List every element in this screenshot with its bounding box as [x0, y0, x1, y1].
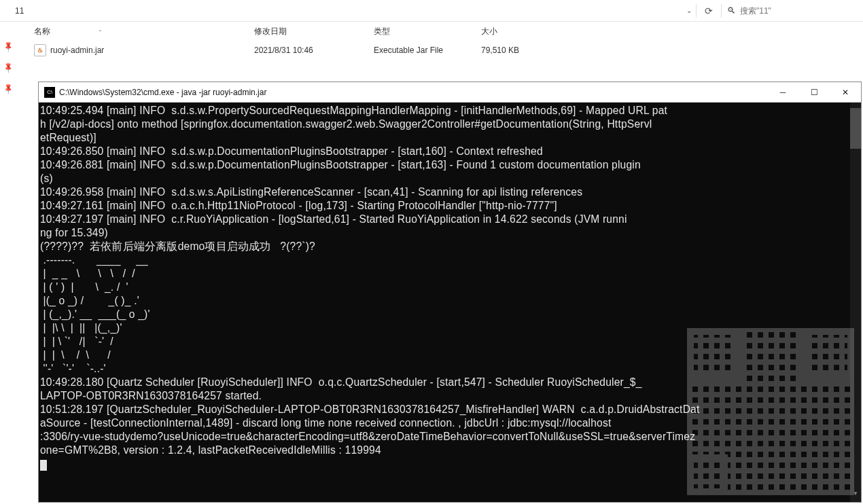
- cmd-window: C:\ C:\Windows\System32\cmd.exe - java -…: [38, 82, 862, 503]
- search-icon: 🔍︎: [727, 5, 736, 16]
- col-name[interactable]: 名称⌃: [34, 26, 254, 37]
- col-type[interactable]: 类型: [374, 26, 481, 37]
- cmd-titlebar[interactable]: C:\ C:\Windows\System32\cmd.exe - java -…: [39, 82, 861, 103]
- scrollbar-thumb[interactable]: [850, 108, 861, 149]
- history-dropdown-icon[interactable]: ⌄: [682, 7, 696, 14]
- explorer-body: 📌 📌 📌 名称⌃ 修改日期 类型 大小 ♨ ruoyi-admin.jar 2…: [0, 22, 863, 90]
- close-button[interactable]: ✕: [830, 82, 861, 102]
- file-list[interactable]: 名称⌃ 修改日期 类型 大小 ♨ ruoyi-admin.jar 2021/8/…: [16, 22, 863, 90]
- refresh-button[interactable]: ⟳: [697, 5, 721, 16]
- sort-indicator-icon: ⌃: [98, 29, 103, 35]
- minimize-button[interactable]: ─: [767, 82, 798, 102]
- cmd-icon: C:\: [44, 87, 55, 98]
- cmd-output[interactable]: 10:49:25.494 [main] INFO s.d.s.w.Propert…: [39, 103, 861, 502]
- pin-icon[interactable]: 📌: [1, 61, 14, 74]
- table-row[interactable]: ♨ ruoyi-admin.jar 2021/8/31 10:46 Execut…: [16, 41, 863, 60]
- pin-icon[interactable]: 📌: [1, 40, 14, 53]
- col-size[interactable]: 大小: [481, 26, 563, 37]
- maximize-button[interactable]: ☐: [798, 82, 830, 102]
- search-box[interactable]: 🔍︎: [722, 5, 863, 16]
- file-type: Executable Jar File: [374, 46, 481, 55]
- file-name: ruoyi-admin.jar: [50, 46, 104, 55]
- cursor: [40, 460, 47, 471]
- col-date[interactable]: 修改日期: [254, 26, 374, 37]
- file-size: 79,510 KB: [481, 46, 563, 55]
- breadcrumb-segment[interactable]: 11: [15, 6, 24, 16]
- search-input[interactable]: [740, 6, 858, 16]
- column-headers[interactable]: 名称⌃ 修改日期 类型 大小: [16, 22, 863, 41]
- cmd-title: C:\Windows\System32\cmd.exe - java -jar …: [59, 88, 767, 97]
- file-date: 2021/8/31 10:46: [254, 46, 374, 55]
- jar-file-icon: ♨: [34, 44, 46, 56]
- address-bar: 11 ⌄ ⟳ 🔍︎: [0, 0, 863, 22]
- quick-access-pins: 📌 📌 📌: [0, 22, 16, 90]
- pin-icon[interactable]: 📌: [1, 82, 14, 95]
- breadcrumb[interactable]: 11: [0, 0, 682, 21]
- qr-watermark: [687, 328, 854, 495]
